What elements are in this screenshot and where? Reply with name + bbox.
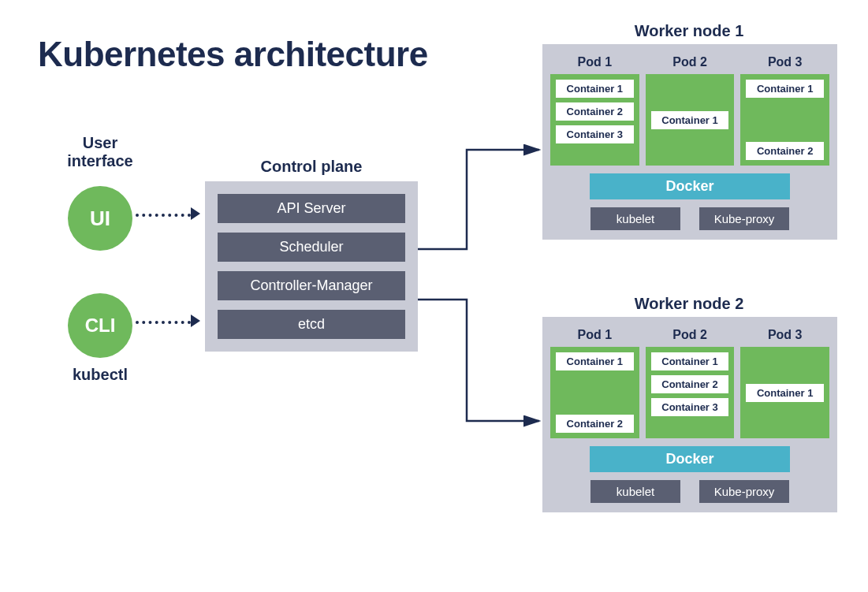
wn2-kubelet: kubelet xyxy=(590,480,680,503)
arrowhead-ui xyxy=(191,207,200,220)
wn1-kubelet: kubelet xyxy=(590,207,680,230)
wn1-pod3: Container 1 Container 2 xyxy=(740,74,829,166)
worker-node-1-title: Worker node 1 xyxy=(547,22,831,40)
wn1-pod1-c2: Container 2 xyxy=(555,102,635,121)
wn2-pod3: Container 1 xyxy=(740,347,829,438)
wn2-pod1: Container 1 Container 2 xyxy=(550,347,639,438)
cp-controller-manager: Controller-Manager xyxy=(218,271,405,300)
control-plane-heading: Control plane xyxy=(205,158,418,176)
wn1-pod-row: Pod 1 Container 1 Container 2 Container … xyxy=(550,52,829,166)
ui-section-heading: User interface xyxy=(49,134,151,170)
wn2-pod2-label: Pod 2 xyxy=(646,325,735,347)
dotted-arrow-cli xyxy=(136,321,191,324)
wn2-svc-row: kubelet Kube-proxy xyxy=(550,480,829,503)
wn1-pod3-col: Pod 3 Container 1 Container 2 xyxy=(740,52,829,166)
diagram-title: Kubernetes architecture xyxy=(38,35,428,74)
arrowhead-cli xyxy=(191,315,200,327)
wn1-svc-row: kubelet Kube-proxy xyxy=(550,207,829,230)
dotted-arrow-ui xyxy=(136,214,191,217)
wn2-pod2-c3: Container 3 xyxy=(650,397,730,417)
connector-to-wn2 xyxy=(418,300,539,421)
wn2-pod2-c2: Container 2 xyxy=(650,374,730,394)
wn2-pod1-c2: Container 2 xyxy=(555,414,635,434)
user-interface-section: User interface UI CLI kubectl xyxy=(49,134,151,384)
cp-api-server: API Server xyxy=(218,194,405,223)
wn2-pod2-c1: Container 1 xyxy=(650,352,730,371)
wn2-pod3-col: Pod 3 Container 1 xyxy=(740,325,829,438)
wn1-pod2-c1: Container 1 xyxy=(650,110,730,130)
wn1-pod1-c3: Container 3 xyxy=(555,125,635,144)
wn2-pod1-col: Pod 1 Container 1 Container 2 xyxy=(550,325,639,438)
wn1-pod3-c2: Container 2 xyxy=(745,141,825,161)
connector-to-wn1 xyxy=(418,150,539,249)
worker-node-2-title: Worker node 2 xyxy=(547,295,831,313)
wn1-pod1: Container 1 Container 2 Container 3 xyxy=(550,74,639,166)
cli-group: CLI kubectl xyxy=(49,293,151,384)
wn2-pod1-label: Pod 1 xyxy=(550,325,639,347)
wn1-kube-proxy: Kube-proxy xyxy=(699,207,789,230)
wn2-pod3-c1: Container 1 xyxy=(745,383,825,403)
wn1-pod3-c1: Container 1 xyxy=(745,79,825,99)
worker-node-1-box: Pod 1 Container 1 Container 2 Container … xyxy=(542,44,837,240)
wn2-pod-row: Pod 1 Container 1 Container 2 Pod 2 Cont… xyxy=(550,325,829,438)
wn2-pod2: Container 1 Container 2 Container 3 xyxy=(646,347,735,438)
cli-circle: CLI xyxy=(68,293,132,358)
kubectl-label: kubectl xyxy=(49,366,151,384)
wn1-pod2: Container 1 xyxy=(646,74,735,166)
wn2-docker: Docker xyxy=(590,446,790,472)
wn1-pod1-c1: Container 1 xyxy=(555,79,635,99)
wn2-pod1-c1: Container 1 xyxy=(555,352,635,371)
cp-scheduler: Scheduler xyxy=(218,233,405,262)
control-plane-box: API Server Scheduler Controller-Manager … xyxy=(205,181,418,352)
worker-node-2-box: Pod 1 Container 1 Container 2 Pod 2 Cont… xyxy=(542,317,837,512)
ui-circle: UI xyxy=(68,186,132,251)
wn1-docker: Docker xyxy=(590,173,790,199)
wn2-kube-proxy: Kube-proxy xyxy=(699,480,789,503)
wn2-pod3-label: Pod 3 xyxy=(740,325,829,347)
wn2-pod2-col: Pod 2 Container 1 Container 2 Container … xyxy=(646,325,735,438)
cp-etcd: etcd xyxy=(218,310,405,339)
wn1-pod1-col: Pod 1 Container 1 Container 2 Container … xyxy=(550,52,639,166)
wn1-pod1-label: Pod 1 xyxy=(550,52,639,74)
wn1-pod3-label: Pod 3 xyxy=(740,52,829,74)
wn1-pod2-col: Pod 2 Container 1 xyxy=(646,52,735,166)
wn1-pod2-label: Pod 2 xyxy=(646,52,735,74)
